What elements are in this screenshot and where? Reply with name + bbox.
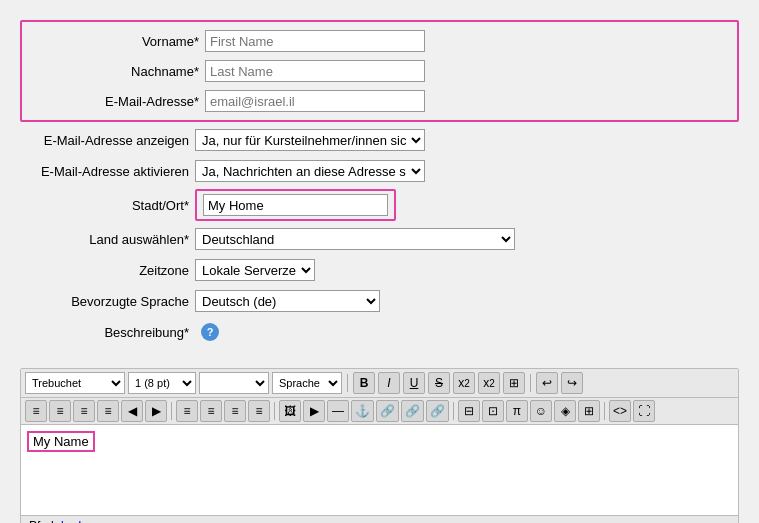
bold-button[interactable]: B (353, 372, 375, 394)
vorname-label-text: Vorname (142, 34, 194, 49)
font-select[interactable]: Trebuchet (25, 372, 125, 394)
format-select[interactable] (199, 372, 269, 394)
sprache-row: Bevorzugte Sprache Deutsch (de) (20, 288, 739, 314)
editor-toolbar-row1: Trebuchet 1 (8 pt) Sprache B I U S x2 x2… (21, 369, 738, 398)
undo-button[interactable]: ↩ (536, 372, 558, 394)
indent2-button[interactable]: ≡ (224, 400, 246, 422)
email-row: E-Mail-Adresse* (30, 88, 729, 114)
zeitzone-select[interactable]: Lokale Serverzeit (195, 259, 315, 281)
land-label-text: Land auswählen (89, 232, 184, 247)
align-justify-button[interactable]: ≡ (97, 400, 119, 422)
vorname-label: Vorname* (30, 34, 205, 49)
divider6 (604, 402, 605, 420)
stadt-group (195, 189, 396, 221)
beschreibung-row: Beschreibung* ? (20, 319, 739, 345)
sprache-label-text: Bevorzugte Sprache (71, 294, 189, 309)
size-select[interactable]: 1 (8 pt) (128, 372, 196, 394)
vorname-row: Vorname* (30, 28, 729, 54)
special-button[interactable]: ◈ (554, 400, 576, 422)
html-button[interactable]: <> (609, 400, 631, 422)
land-required: * (184, 232, 189, 247)
vorname-required: * (194, 34, 199, 49)
unlink-button[interactable]: 🔗 (401, 400, 424, 422)
sprache-label: Bevorzugte Sprache (20, 294, 195, 309)
strikethrough-button[interactable]: S (428, 372, 450, 394)
insert-button[interactable]: ⊞ (578, 400, 600, 422)
outdent2-button[interactable]: ≡ (248, 400, 270, 422)
stadt-required: * (184, 198, 189, 213)
email-anzeigen-label: E-Mail-Adresse anzeigen (20, 133, 195, 148)
editor-content[interactable]: My Name (21, 425, 738, 515)
table-button[interactable]: ⊟ (458, 400, 480, 422)
beschreibung-required: * (184, 325, 189, 340)
editor-toolbar-row2: ≡ ≡ ≡ ≡ ◀ ▶ ≡ ≡ ≡ ≡ 🖼 ▶ — ⚓ 🔗 🔗 🔗 ⊟ ⊡ π … (21, 398, 738, 425)
email-input[interactable] (205, 90, 425, 112)
superscript-button[interactable]: x2 (478, 372, 500, 394)
divider4 (274, 402, 275, 420)
editor-footer: Pfad: body (21, 515, 738, 523)
nachname-row: Nachname* (30, 58, 729, 84)
lang-select[interactable]: Sprache (272, 372, 342, 394)
redo-button[interactable]: ↪ (561, 372, 583, 394)
email-aktivieren-label: E-Mail-Adresse aktivieren (20, 164, 195, 179)
beschreibung-label-text: Beschreibung (104, 325, 184, 340)
zeitzone-label-text: Zeitzone (139, 263, 189, 278)
sprache-select[interactable]: Deutsch (de) (195, 290, 380, 312)
ul-button[interactable]: ≡ (200, 400, 222, 422)
outdent-button[interactable]: ◀ (121, 400, 143, 422)
media-button[interactable]: ▶ (303, 400, 325, 422)
ol-button[interactable]: ≡ (176, 400, 198, 422)
email-aktivieren-row: E-Mail-Adresse aktivieren Ja, Nachrichte… (20, 158, 739, 184)
editor-content-text: My Name (33, 434, 89, 449)
vorname-input[interactable] (205, 30, 425, 52)
divider5 (453, 402, 454, 420)
link2-button[interactable]: 🔗 (426, 400, 449, 422)
divider2 (530, 374, 531, 392)
align-left-button[interactable]: ≡ (25, 400, 47, 422)
subscript-button[interactable]: x2 (453, 372, 475, 394)
stadt-input[interactable] (203, 194, 388, 216)
rule-button[interactable]: — (327, 400, 349, 422)
nachname-required: * (194, 64, 199, 79)
help-icon[interactable]: ? (201, 323, 219, 341)
indent-button[interactable]: ▶ (145, 400, 167, 422)
nachname-input[interactable] (205, 60, 425, 82)
stadt-row: Stadt/Ort* (20, 189, 739, 221)
format-block-button[interactable]: ⊞ (503, 372, 525, 394)
cell-button[interactable]: ⊡ (482, 400, 504, 422)
divider1 (347, 374, 348, 392)
anchor-button[interactable]: ⚓ (351, 400, 374, 422)
editor-text-highlight: My Name (27, 431, 95, 452)
fullscreen-button[interactable]: ⛶ (633, 400, 655, 422)
email-label-text: E-Mail-Adresse (105, 94, 194, 109)
email-required: * (194, 94, 199, 109)
email-anzeigen-select[interactable]: Ja, nur für Kursteilnehmer/innen sichtba… (195, 129, 425, 151)
nachname-label-text: Nachname (131, 64, 194, 79)
align-center-button[interactable]: ≡ (49, 400, 71, 422)
align-right-button[interactable]: ≡ (73, 400, 95, 422)
emoji-button[interactable]: ☺ (530, 400, 552, 422)
divider3 (171, 402, 172, 420)
stadt-label-area: Stadt/Ort* (20, 198, 195, 213)
link-button[interactable]: 🔗 (376, 400, 399, 422)
editor-container: Trebuchet 1 (8 pt) Sprache B I U S x2 x2… (20, 368, 739, 523)
italic-button[interactable]: I (378, 372, 400, 394)
email-aktivieren-select[interactable]: Ja, Nachrichten an diese Adresse senden (195, 160, 425, 182)
email-label: E-Mail-Adresse* (30, 94, 205, 109)
stadt-label-text: Stadt/Ort (132, 198, 184, 213)
form-area: Vorname* Nachname* E-Mail-Adresse* E-Mai… (0, 10, 759, 360)
page: Vorname* Nachname* E-Mail-Adresse* E-Mai… (0, 0, 759, 523)
math-button[interactable]: π (506, 400, 528, 422)
land-row: Land auswählen* Deutschland (20, 226, 739, 252)
zeitzone-row: Zeitzone Lokale Serverzeit (20, 257, 739, 283)
body-link[interactable]: body (61, 519, 87, 523)
land-label: Land auswählen* (20, 232, 195, 247)
land-select[interactable]: Deutschland (195, 228, 515, 250)
email-anzeigen-row: E-Mail-Adresse anzeigen Ja, nur für Kurs… (20, 127, 739, 153)
zeitzone-label: Zeitzone (20, 263, 195, 278)
beschreibung-label: Beschreibung* (20, 325, 195, 340)
underline-button[interactable]: U (403, 372, 425, 394)
nachname-label: Nachname* (30, 64, 205, 79)
path-label: Pfad: (29, 519, 57, 523)
image-button[interactable]: 🖼 (279, 400, 301, 422)
